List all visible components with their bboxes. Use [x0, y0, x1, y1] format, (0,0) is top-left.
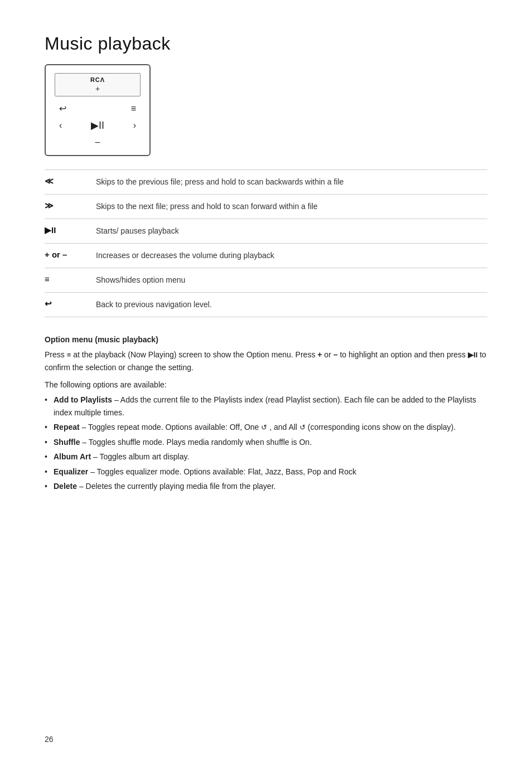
table-row: + or –Increases or decreases the volume … — [45, 244, 487, 268]
option-menu-section: Option menu (music playback) Press ≡ at … — [45, 335, 487, 492]
page-title: Music playback — [45, 33, 487, 54]
table-row: ≫Skips to the next file; press and hold … — [45, 195, 487, 219]
device-back-btn: ↩ — [59, 103, 66, 114]
device-plus-symbol: + — [95, 84, 100, 93]
page-number: 26 — [45, 735, 54, 744]
device-minus-btn: – — [95, 137, 100, 147]
playpause-icon-inline: ▶II — [468, 351, 477, 359]
rca-logo: RCΛ — [90, 76, 105, 83]
desc-cell: Skips to the previous file; press and ho… — [89, 170, 487, 195]
list-item: Repeat – Toggles repeat mode. Options av… — [45, 421, 487, 434]
device-screen: RCΛ + — [55, 73, 141, 96]
desc-cell: Back to previous navigation level. — [89, 293, 487, 317]
option-list-intro: The following options are available: — [45, 380, 487, 389]
table-row: ≪Skips to the previous file; press and h… — [45, 170, 487, 195]
option-menu-title: Option menu (music playback) — [45, 335, 487, 344]
icon-cell: + or – — [45, 244, 89, 268]
feature-table: ≪Skips to the previous file; press and h… — [45, 169, 487, 317]
device-playpause-btn: ▶II — [91, 119, 104, 132]
device-menu-btn: ≡ — [131, 104, 136, 114]
list-item: Album Art – Toggles album art display. — [45, 450, 487, 463]
device-top-row: ↩ ≡ — [55, 103, 141, 114]
list-item: Delete – Deletes the currently playing m… — [45, 480, 487, 492]
list-item: Shuffle – Toggles shuffle mode. Plays me… — [45, 436, 487, 448]
option-menu-intro: Press ≡ at the playback (Now Playing) sc… — [45, 348, 487, 374]
icon-cell: ≫ — [45, 195, 89, 219]
desc-cell: Shows/hides option menu — [89, 268, 487, 293]
device-frame: RCΛ + ↩ ≡ ‹ ▶II › – — [45, 64, 151, 156]
table-row: ▶IIStarts/ pauses playback — [45, 219, 487, 244]
desc-cell: Starts/ pauses playback — [89, 219, 487, 244]
icon-cell: ≡ — [45, 268, 89, 293]
device-illustration: RCΛ + ↩ ≡ ‹ ▶II › – — [45, 64, 487, 156]
option-list: Add to Playlists – Adds the current file… — [45, 394, 487, 492]
icon-cell: ≪ — [45, 170, 89, 195]
list-item: Equalizer – Toggles equalizer mode. Opti… — [45, 466, 487, 478]
device-prev-btn: ‹ — [59, 120, 62, 130]
device-bottom-row: – — [55, 137, 141, 147]
icon-cell: ▶II — [45, 219, 89, 244]
icon-cell: ↩ — [45, 293, 89, 317]
desc-cell: Skips to the next file; press and hold t… — [89, 195, 487, 219]
menu-icon-inline: ≡ — [67, 351, 71, 359]
table-row: ≡Shows/hides option menu — [45, 268, 487, 293]
list-item: Add to Playlists – Adds the current file… — [45, 394, 487, 419]
desc-cell: Increases or decreases the volume during… — [89, 244, 487, 268]
device-mid-row: ‹ ▶II › — [55, 119, 141, 132]
device-next-btn: › — [133, 120, 136, 130]
table-row: ↩Back to previous navigation level. — [45, 293, 487, 317]
